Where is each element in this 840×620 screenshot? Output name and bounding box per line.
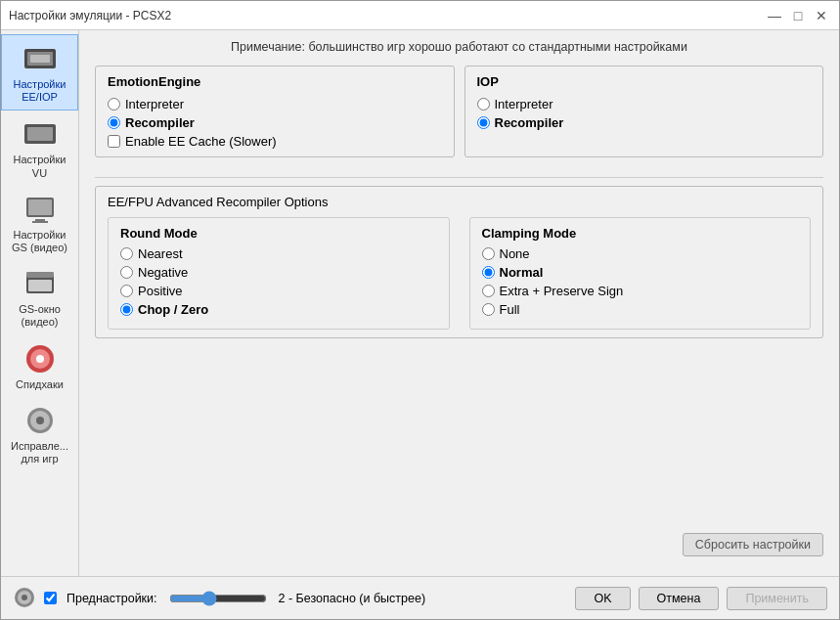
svg-point-14 [36,355,44,363]
gs-window-icon [22,266,58,301]
ee-recompiler-radio[interactable] [108,116,120,129]
adv-columns: Round Mode Nearest Negative Positive [108,217,811,330]
ee-cache-checkbox[interactable] [108,135,120,148]
svg-point-17 [36,417,44,424]
ee-iop-icon [22,41,58,76]
note-text: Примечание: большинство игр хорошо работ… [95,40,823,54]
sidebar-item-ee-iop[interactable]: НастройкиЕЕ/IOP [1,34,78,111]
round-nearest-row: Nearest [120,246,437,261]
svg-rect-4 [27,127,53,141]
preset-label: Преднастройки: [66,592,157,605]
adv-title: EE/FPU Advanced Recompiler Options [108,195,811,209]
close-button[interactable]: ✕ [812,6,831,25]
sidebar-label-ee-iop: НастройкиЕЕ/IOP [14,78,66,104]
round-positive-row: Positive [120,284,437,298]
round-nearest-radio[interactable] [120,247,133,260]
clamp-extra-row: Extra + Preserve Sign [482,284,799,298]
round-positive-label: Positive [138,284,183,298]
round-chop-label: Chop / Zero [138,302,208,317]
svg-point-20 [22,595,27,600]
clamping-mode-col: Clamping Mode None Normal Extra + Preser… [469,217,812,330]
sidebar: НастройкиЕЕ/IOP НастройкиVU [1,30,79,576]
minimize-button[interactable]: — [765,6,784,25]
ee-section: EmotionEngine Interpreter Recompiler Ena… [95,66,455,157]
cancel-button[interactable]: Отмена [639,587,720,610]
iop-recompiler-label: Recompiler [495,115,564,130]
top-sections: EmotionEngine Interpreter Recompiler Ena… [95,66,823,157]
content-area: НастройкиЕЕ/IOP НастройкиVU [1,30,839,576]
svg-rect-8 [32,221,48,223]
clamp-none-radio[interactable] [482,247,495,260]
sidebar-label-vu: НастройкиVU [14,154,66,179]
sidebar-item-vu[interactable]: НастройкиVU [1,111,78,185]
ee-interpreter-radio[interactable] [108,98,120,111]
clamp-extra-radio[interactable] [482,285,495,297]
sidebar-label-gs-video: НастройкиGS (видео) [12,229,67,254]
iop-recompiler-row: Recompiler [477,115,812,130]
bottom-bar: Преднастройки: 2 - Безопасно (и быстрее)… [1,576,839,619]
clamping-mode-title: Clamping Mode [482,226,799,241]
round-mode-col: Round Mode Nearest Negative Positive [108,217,450,330]
svg-rect-10 [26,272,54,278]
iop-interpreter-label: Interpreter [495,97,553,111]
round-negative-label: Negative [138,265,188,280]
ok-button[interactable]: OK [575,587,630,610]
clamp-full-radio[interactable] [482,303,495,316]
sidebar-item-gs-window[interactable]: GS-окно(видео) [1,260,78,334]
clamp-extra-label: Extra + Preserve Sign [500,284,624,298]
round-nearest-label: Nearest [138,246,183,261]
reset-button[interactable]: Сбросить настройки [683,533,823,556]
reset-area: Сбросить настройки [95,338,823,566]
sidebar-item-game-fixes[interactable]: Исправле...для игр [1,397,78,471]
preset-slider[interactable] [169,591,267,606]
game-fixes-icon [22,403,58,438]
ee-interpreter-row: Interpreter [108,97,442,111]
slider-container [169,591,267,606]
preset-value: 2 - Безопасно (и быстрее) [279,592,426,605]
sidebar-label-game-fixes: Исправле...для игр [11,440,68,465]
apply-button[interactable]: Применить [727,587,827,610]
clamp-none-label: None [500,246,530,261]
clamp-full-row: Full [482,302,799,317]
round-chop-radio[interactable] [120,303,133,316]
ee-recompiler-row: Recompiler [108,115,442,130]
clamp-normal-label: Normal [500,265,544,280]
ee-title: EmotionEngine [108,74,442,89]
ee-cache-label: Enable EE Cache (Slower) [125,134,277,149]
svg-rect-2 [30,55,50,63]
round-chop-row: Chop / Zero [120,302,437,317]
sidebar-item-speedhacks[interactable]: Спидхаки [1,335,78,397]
maximize-button[interactable]: □ [788,6,808,25]
clamp-normal-row: Normal [482,265,799,280]
round-positive-radio[interactable] [120,285,133,297]
iop-interpreter-radio[interactable] [477,98,490,111]
clamp-full-label: Full [500,302,520,317]
ee-cache-row: Enable EE Cache (Slower) [108,134,442,149]
adv-section: EE/FPU Advanced Recompiler Options Round… [95,186,823,338]
svg-rect-6 [28,199,52,215]
title-bar: Настройки эмуляции - PCSX2 — □ ✕ [1,1,839,30]
speedhacks-icon [22,341,58,376]
sidebar-label-gs-window: GS-окно(видео) [19,303,61,329]
clamp-none-row: None [482,246,799,261]
gs-video-icon [22,192,58,227]
iop-interpreter-row: Interpreter [477,97,812,111]
window-title: Настройки эмуляции - PCSX2 [9,9,171,22]
main-window: Настройки эмуляции - PCSX2 — □ ✕ Настрой… [0,0,840,620]
ee-recompiler-label: Recompiler [125,115,195,130]
round-negative-row: Negative [120,265,437,280]
vu-icon [22,116,58,152]
bottom-icon [13,586,36,609]
round-negative-radio[interactable] [120,266,133,279]
window-controls: — □ ✕ [765,6,831,25]
iop-title: IOP [477,74,812,89]
ee-interpreter-label: Interpreter [125,97,184,111]
iop-section: IOP Interpreter Recompiler [464,66,824,157]
preset-checkbox[interactable] [44,592,57,604]
sidebar-label-speedhacks: Спидхаки [16,378,64,391]
divider [95,177,823,178]
right-panel: Примечание: большинство игр хорошо работ… [79,30,839,576]
sidebar-item-gs-video[interactable]: НастройкиGS (видео) [1,186,78,260]
iop-recompiler-radio[interactable] [477,116,490,129]
clamp-normal-radio[interactable] [482,266,495,279]
